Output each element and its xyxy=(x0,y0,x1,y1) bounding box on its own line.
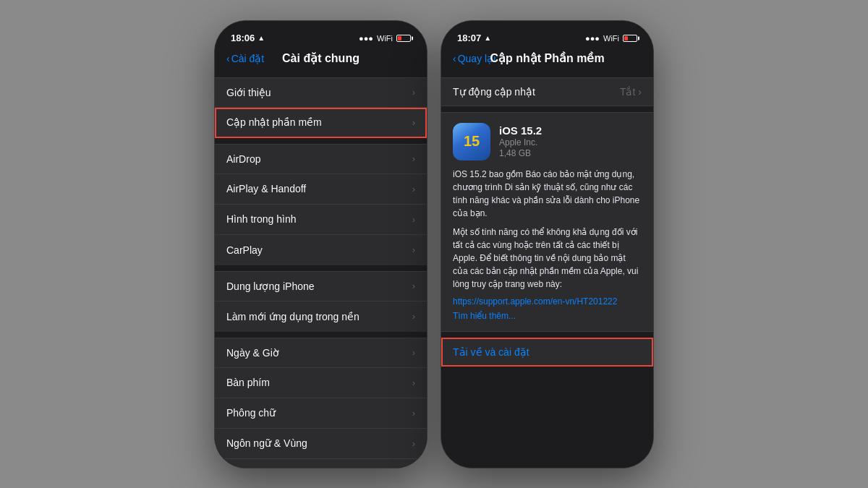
time-right: 18:07 xyxy=(457,33,481,43)
nav-bar-right: ‹ Quay lại Cập nhật Phần mềm xyxy=(441,50,653,72)
nav-title-right: Cập nhật Phần mềm xyxy=(490,51,604,65)
font-chevron: › xyxy=(412,408,415,419)
gioi-thieu-chevron: › xyxy=(412,87,415,98)
back-button-right[interactable]: ‹ Quay lại xyxy=(453,53,495,64)
keyboard-label: Bàn phím xyxy=(226,377,270,388)
storage-chevron: › xyxy=(412,281,415,291)
datetime-chevron: › xyxy=(412,347,415,358)
status-icons-left: ●●● WiFi xyxy=(359,34,411,43)
list-item-picture[interactable]: Hình trong hình › xyxy=(215,205,427,235)
phone-left-screen: 18:06 ▲ ●●● WiFi ‹ Cài đặt Cài đặt chung xyxy=(215,21,427,468)
time-left: 18:06 xyxy=(231,33,255,43)
chevron-back-icon-right: ‹ xyxy=(453,53,456,64)
group-4-left: Ngày & Giờ › Bàn phím › Phông chữ › Ngôn… xyxy=(215,338,427,468)
airdrop-label: AirDrop xyxy=(226,153,260,165)
battery-icon-right xyxy=(623,35,637,42)
picture-label: Hình trong hình xyxy=(226,213,297,225)
list-item-font[interactable]: Phông chữ › xyxy=(215,398,427,429)
cap-nhat-chevron: › xyxy=(412,117,415,128)
chevron-back-icon-left: ‹ xyxy=(226,53,230,64)
carplay-label: CarPlay xyxy=(226,244,263,256)
font-label: Phông chữ xyxy=(226,407,276,419)
location-icon-left: ▲ xyxy=(258,34,265,42)
signal-icon-left: ●●● xyxy=(359,34,373,43)
ios-link[interactable]: https://support.apple.com/en-vn/HT201222 xyxy=(453,296,642,307)
phone-right-screen: 18:07 ▲ ●●● WiFi ‹ Quay lại Cập nhật Phầ xyxy=(441,21,653,468)
ios-version: iOS 15.2 xyxy=(499,124,542,137)
list-item-gioi-thieu[interactable]: Giới thiệu › xyxy=(215,77,427,108)
phones-container: 18:06 ▲ ●●● WiFi ‹ Cài đặt Cài đặt chung xyxy=(214,20,654,468)
content-left: Giới thiệu › Cập nhật phần mềm › AirDrop… xyxy=(215,72,427,468)
download-button-label: Tải về và cài đặt xyxy=(453,346,529,358)
content-right: Tự động cập nhật Tắt › 15 xyxy=(441,72,653,468)
ios-info: iOS 15.2 Apple Inc. 1,48 GB xyxy=(499,124,542,158)
ios-publisher: Apple Inc. xyxy=(499,137,542,147)
auto-update-chevron: › xyxy=(638,86,642,98)
download-button-container: Tải về và cài đặt xyxy=(441,338,653,372)
signal-icon-right: ●●● xyxy=(585,34,600,43)
phone-right: 18:07 ▲ ●●● WiFi ‹ Quay lại Cập nhật Phầ xyxy=(441,20,654,468)
ios-learn-more[interactable]: Tìm hiểu thêm... xyxy=(453,311,642,321)
download-button[interactable]: Tải về và cài đặt xyxy=(441,338,653,367)
list-item-dictionary[interactable]: Từ điển › xyxy=(215,459,427,468)
auto-update-row[interactable]: Tự động cập nhật Tắt › xyxy=(441,77,653,106)
group-3-left: Dung lượng iPhone › Làm mới ứng dụng tro… xyxy=(215,271,427,332)
airplay-chevron: › xyxy=(412,184,415,194)
ios-desc-1: iOS 15.2 bao gồm Báo cáo bảo mật ứng dụn… xyxy=(453,168,642,220)
group-1-left: Giới thiệu › Cập nhật phần mềm › xyxy=(215,77,427,138)
ios-size: 1,48 GB xyxy=(499,148,542,158)
nav-title-left: Cài đặt chung xyxy=(282,51,359,65)
gioi-thieu-label: Giới thiệu xyxy=(226,87,271,98)
cap-nhat-label: Cập nhật phần mềm xyxy=(226,116,322,128)
list-item-refresh[interactable]: Làm mới ứng dụng trong nền › xyxy=(215,301,427,332)
airplay-label: AirPlay & Handoff xyxy=(226,183,306,194)
battery-icon-left xyxy=(396,35,411,42)
status-bar-right: 18:07 ▲ ●●● WiFi xyxy=(441,21,653,50)
list-item-storage[interactable]: Dung lượng iPhone › xyxy=(215,271,427,301)
auto-update-label: Tự động cập nhật xyxy=(453,86,535,98)
phone-left: 18:06 ▲ ●●● WiFi ‹ Cài đặt Cài đặt chung xyxy=(214,20,427,468)
language-label: Ngôn ngữ & Vùng xyxy=(226,437,307,449)
ios-header: 15 iOS 15.2 Apple Inc. 1,48 GB xyxy=(453,123,642,160)
airdrop-chevron: › xyxy=(412,153,415,164)
refresh-label: Làm mới ứng dụng trong nền xyxy=(226,311,359,322)
auto-update-value: Tắt xyxy=(620,86,635,98)
list-item-keyboard[interactable]: Bàn phím › xyxy=(215,368,427,398)
language-chevron: › xyxy=(412,438,415,449)
refresh-chevron: › xyxy=(412,311,415,322)
ios-update-card: 15 iOS 15.2 Apple Inc. 1,48 GB iOS 15.2 … xyxy=(441,112,653,332)
list-item-airdrop[interactable]: AirDrop › xyxy=(215,144,427,174)
picture-chevron: › xyxy=(412,214,415,225)
carplay-chevron: › xyxy=(412,244,415,255)
ios-icon: 15 xyxy=(453,123,490,160)
storage-label: Dung lượng iPhone xyxy=(226,281,315,292)
back-button-left[interactable]: ‹ Cài đặt xyxy=(226,53,264,64)
nav-bar-left: ‹ Cài đặt Cài đặt chung xyxy=(215,50,427,72)
status-bar-left: 18:06 ▲ ●●● WiFi xyxy=(215,21,427,50)
wifi-icon-right: WiFi xyxy=(603,34,619,43)
back-label-left: Cài đặt xyxy=(231,53,265,64)
list-item-carplay[interactable]: CarPlay › xyxy=(215,235,427,265)
group-2-left: AirDrop › AirPlay & Handoff › Hình trong… xyxy=(215,144,427,265)
keyboard-chevron: › xyxy=(412,377,415,388)
datetime-label: Ngày & Giờ xyxy=(226,347,279,359)
list-item-language[interactable]: Ngôn ngữ & Vùng › xyxy=(215,429,427,459)
location-icon-right: ▲ xyxy=(484,34,491,42)
ios-number: 15 xyxy=(464,133,480,150)
wifi-icon-left: WiFi xyxy=(377,34,393,43)
list-item-airplay[interactable]: AirPlay & Handoff › xyxy=(215,174,427,205)
ios-desc-2: Một số tính năng có thể không khả dụng đ… xyxy=(453,226,642,291)
status-icons-right: ●●● WiFi xyxy=(585,34,637,43)
list-item-datetime[interactable]: Ngày & Giờ › xyxy=(215,338,427,368)
list-item-cap-nhat[interactable]: Cập nhật phần mềm › xyxy=(215,108,427,138)
